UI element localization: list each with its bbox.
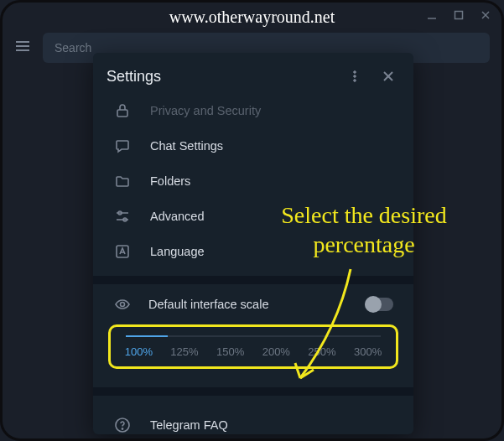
menu-label: Privacy and Security [150, 104, 261, 117]
faq-section: Telegram FAQ [93, 396, 413, 434]
scale-title: Default interface scale [148, 298, 348, 311]
menu-item-folders[interactable]: Folders [93, 163, 413, 199]
eye-icon [113, 296, 132, 313]
menu-label: Telegram FAQ [150, 418, 228, 432]
window-close-button[interactable] [480, 9, 491, 21]
menu-label: Language [150, 245, 205, 258]
svg-rect-12 [117, 110, 127, 117]
svg-point-7 [354, 71, 356, 74]
watermark-text: www.otherwayround.net [169, 8, 335, 27]
settings-title: Settings [107, 68, 333, 86]
lock-icon [113, 101, 132, 120]
settings-menu: Privacy and Security Chat Settings Folde… [93, 100, 413, 276]
scale-250[interactable]: 250% [308, 345, 335, 358]
menu-label: Chat Settings [150, 139, 223, 153]
menu-item-advanced[interactable]: Advanced [93, 199, 413, 234]
scale-slider-track[interactable] [126, 335, 381, 337]
menu-label: Folders [150, 174, 190, 188]
scale-200[interactable]: 200% [262, 345, 290, 358]
scale-100[interactable]: 100% [125, 345, 153, 358]
help-icon [113, 416, 132, 434]
scale-selector-highlight: 100% 125% 150% 200% 250% 300% [108, 324, 398, 369]
hamburger-menu-button[interactable] [14, 38, 31, 58]
more-options-button[interactable] [343, 65, 366, 88]
menu-item-language[interactable]: Language [93, 234, 413, 269]
scale-150[interactable]: 150% [216, 345, 244, 358]
section-divider [93, 276, 413, 284]
settings-panel: Settings Privacy and Security Chat Setti… [93, 53, 413, 434]
svg-point-18 [121, 303, 125, 307]
section-divider [93, 387, 413, 396]
menu-item-faq[interactable]: Telegram FAQ [93, 407, 413, 434]
scale-300[interactable]: 300% [354, 345, 382, 358]
folder-icon [113, 172, 132, 190]
sliders-icon [113, 207, 132, 226]
window-maximize-button[interactable] [453, 9, 465, 21]
default-scale-toggle[interactable] [365, 298, 393, 311]
search-placeholder: Search [55, 41, 91, 54]
close-settings-button[interactable] [377, 65, 400, 88]
menu-label: Advanced [150, 210, 205, 223]
svg-rect-1 [455, 12, 463, 19]
chat-icon [113, 137, 132, 155]
svg-point-20 [122, 428, 122, 429]
settings-header: Settings [93, 53, 413, 100]
menu-item-privacy[interactable]: Privacy and Security [93, 101, 413, 128]
scale-125[interactable]: 125% [170, 345, 198, 358]
menu-item-chat-settings[interactable]: Chat Settings [93, 128, 413, 163]
scale-options: 100% 125% 150% 200% 250% 300% [116, 345, 391, 358]
interface-scale-section: Default interface scale 100% 125% 150% 2… [93, 284, 413, 387]
svg-point-8 [354, 75, 356, 78]
svg-point-9 [354, 80, 356, 82]
window-minimize-button[interactable] [426, 9, 438, 21]
language-icon [113, 242, 132, 261]
